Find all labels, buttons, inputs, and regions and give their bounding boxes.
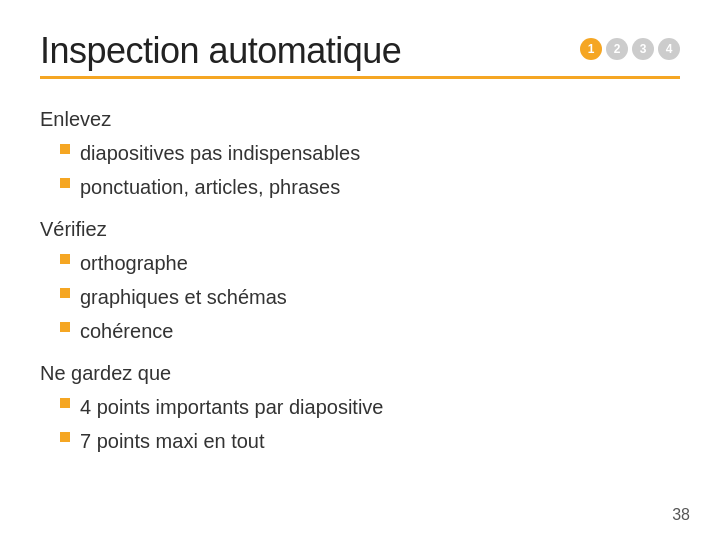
step-3: 3 xyxy=(632,38,654,60)
list-item: cohérence xyxy=(60,315,680,347)
section-enlevez-bullets: diapositives pas indispensables ponctuat… xyxy=(60,137,680,203)
section-verifiez-heading: Vérifiez xyxy=(40,213,680,245)
list-item: 4 points importants par diapositive xyxy=(60,391,680,423)
bullet-icon xyxy=(60,322,70,332)
list-item: 7 points maxi en tout xyxy=(60,425,680,457)
step-1: 1 xyxy=(580,38,602,60)
bullet-icon xyxy=(60,432,70,442)
list-item: ponctuation, articles, phrases xyxy=(60,171,680,203)
list-item: orthographe xyxy=(60,247,680,279)
step-indicators: 1 2 3 4 xyxy=(580,38,680,60)
slide-header: Inspection automatique 1 2 3 4 xyxy=(40,30,680,72)
step-2: 2 xyxy=(606,38,628,60)
bullet-icon xyxy=(60,144,70,154)
section-verifiez: Vérifiez orthographe graphiques et schém… xyxy=(40,213,680,347)
section-negardez: Ne gardez que 4 points importants par di… xyxy=(40,357,680,457)
bullet-icon xyxy=(60,178,70,188)
bullet-icon xyxy=(60,288,70,298)
bullet-icon xyxy=(60,254,70,264)
page-number: 38 xyxy=(672,506,690,524)
step-4: 4 xyxy=(658,38,680,60)
list-item: graphiques et schémas xyxy=(60,281,680,313)
section-negardez-heading: Ne gardez que xyxy=(40,357,680,389)
section-verifiez-bullets: orthographe graphiques et schémas cohére… xyxy=(60,247,680,347)
section-enlevez-heading: Enlevez xyxy=(40,103,680,135)
slide-content: Enlevez diapositives pas indispensables … xyxy=(40,103,680,457)
section-enlevez: Enlevez diapositives pas indispensables … xyxy=(40,103,680,203)
list-item: diapositives pas indispensables xyxy=(60,137,680,169)
title-divider xyxy=(40,76,680,79)
section-negardez-bullets: 4 points importants par diapositive 7 po… xyxy=(60,391,680,457)
slide-title: Inspection automatique xyxy=(40,30,401,72)
slide: Inspection automatique 1 2 3 4 Enlevez d… xyxy=(0,0,720,540)
bullet-icon xyxy=(60,398,70,408)
